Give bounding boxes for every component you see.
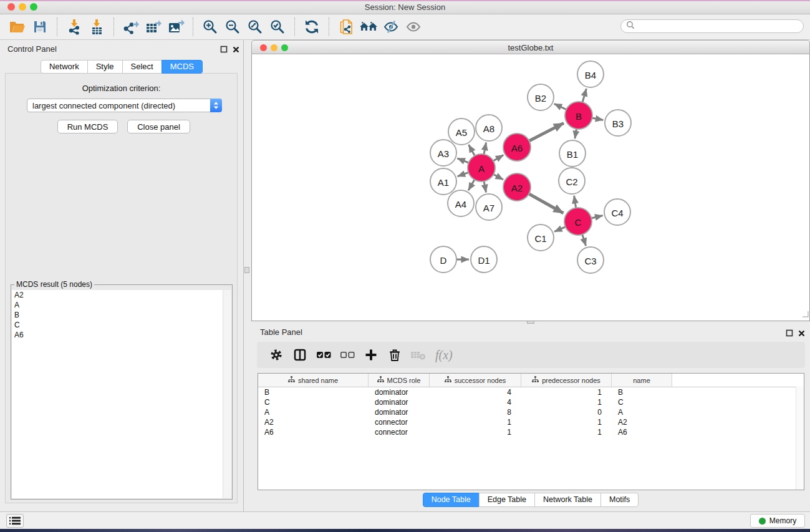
export-table-icon[interactable] [142,16,165,37]
document-network-icon[interactable] [335,16,357,37]
trash-icon[interactable] [384,344,405,365]
mcds-result-item[interactable]: A6 [12,330,231,340]
import-table-icon[interactable] [85,16,108,37]
column-label: successor nodes [455,377,506,384]
add-icon[interactable] [360,344,382,365]
tab-network-table[interactable]: Network Table [534,493,601,507]
graph-node-B2[interactable]: B2 [528,84,554,110]
memory-button[interactable]: Memory [750,514,805,528]
svg-text:A2: A2 [511,183,523,193]
column-header-name[interactable]: name [612,374,672,387]
split-columns-icon[interactable] [289,344,311,365]
column-header-mcds-role[interactable]: MCDS role [369,374,430,387]
mcds-panel: Optimization criterion: largest connecte… [5,73,238,503]
graph-node-A3[interactable]: A3 [430,140,456,166]
import-network-icon[interactable] [63,16,85,37]
graph-node-D1[interactable]: D1 [471,246,497,273]
table-row[interactable]: A2connector11A2 [258,417,804,427]
column-header-shared-name[interactable]: shared name [258,374,369,387]
table-row[interactable]: Bdominator41B [258,387,804,397]
graph-node-C[interactable]: C [564,208,592,235]
tab-mcds[interactable]: MCDS [162,60,203,74]
resize-grip-icon[interactable] [802,309,809,320]
graph-node-C3[interactable]: C3 [577,247,604,273]
table-row[interactable]: Adominator80A [258,407,804,417]
table-row[interactable]: Cdominator41C [258,397,804,407]
graph-node-B[interactable]: B [565,102,592,129]
tab-style[interactable]: Style [87,60,123,74]
refresh-layout-icon[interactable] [301,16,323,37]
graph-node-C4[interactable]: C4 [604,199,630,225]
deselect-all-icon[interactable] [337,344,358,365]
graph-node-B4[interactable]: B4 [577,61,604,87]
criterion-select[interactable]: largest connected component (directed) [27,99,222,112]
network-window-title: testGlobe.txt [252,41,809,55]
graph-node-B3[interactable]: B3 [605,110,631,136]
column-header-predecessor-nodes[interactable]: predecessor nodes [521,374,612,387]
column-header-successor-nodes[interactable]: successor nodes [430,374,521,387]
graph-node-A6[interactable]: A6 [503,133,531,161]
graph-node-C2[interactable]: C2 [559,168,585,194]
network-canvas[interactable]: AA1A2A3A4A5A6A7A8BB1B2B3B4CC1C2C3C4DD1 [251,54,810,321]
graph-node-A7[interactable]: A7 [476,194,502,220]
tab-motifs[interactable]: Motifs [600,493,639,507]
mcds-result-item[interactable]: B [12,310,231,320]
cell-shared-name: B [258,388,369,397]
search-input[interactable] [637,21,803,32]
cell-shared-name: A2 [258,418,369,427]
table-tabs: Node TableEdge TableNetwork TableMotifs [251,493,810,507]
cell-successor-nodes: 4 [430,388,521,397]
export-network-icon[interactable] [120,16,142,37]
session-title: Session: New Session [0,0,810,14]
table-row[interactable]: A6connector11A6 [258,427,804,437]
column-label: predecessor nodes [542,377,600,384]
graph-node-A1[interactable]: A1 [430,168,456,195]
zoom-fit-icon[interactable] [244,16,266,37]
vertical-splitter-handle[interactable] [244,267,249,273]
tab-node-table[interactable]: Node Table [423,493,480,507]
float-table-panel-icon[interactable] [786,328,793,339]
run-mcds-button[interactable]: Run MCDS [57,120,118,133]
gear-icon[interactable] [266,344,287,365]
table-scrollbar[interactable] [796,387,804,490]
cell-predecessor-nodes: 1 [521,398,612,407]
close-panel-button[interactable]: Close panel [127,120,190,133]
mcds-result-item[interactable]: A2 [12,290,231,300]
zoom-selected-icon[interactable] [266,16,289,37]
double-home-icon[interactable] [357,16,380,37]
graph-node-A[interactable]: A [468,154,495,181]
graph-node-A4[interactable]: A4 [448,190,474,216]
save-session-icon[interactable] [29,16,51,37]
result-scrollbar[interactable] [223,290,231,498]
open-file-icon[interactable] [6,16,29,37]
mcds-result-list[interactable]: A2ABCA6 [12,290,231,498]
close-panel-icon[interactable] [233,44,239,56]
graph-node-A5[interactable]: A5 [448,118,475,145]
graph-node-A8[interactable]: A8 [476,115,502,141]
search-box[interactable] [620,19,804,33]
graph-node-B1[interactable]: B1 [559,140,586,167]
graph-node-A2[interactable]: A2 [503,173,531,201]
graph-node-D[interactable]: D [430,246,456,273]
close-table-panel-icon[interactable] [798,328,805,339]
zoom-out-icon[interactable] [221,16,244,37]
node-table[interactable]: shared nameMCDS rolesuccessor nodesprede… [258,373,804,490]
hide-eye-icon[interactable] [380,16,402,37]
svg-text:A6: A6 [511,143,523,153]
network-window-titlebar[interactable]: testGlobe.txt [251,40,810,54]
export-image-icon[interactable] [165,16,187,37]
tab-edge-table[interactable]: Edge Table [479,493,535,507]
zoom-in-icon[interactable] [199,16,221,37]
tab-select[interactable]: Select [122,60,162,74]
toolbar-separator [329,17,329,36]
mcds-result-item[interactable]: C [12,320,231,330]
float-panel-icon[interactable] [220,44,228,56]
svg-text:A8: A8 [483,123,494,134]
graph-node-C1[interactable]: C1 [528,225,554,251]
show-panels-list-button[interactable] [6,514,24,528]
table-header-row: shared nameMCDS rolesuccessor nodesprede… [258,374,804,387]
show-eye-icon[interactable] [402,16,425,37]
tab-network[interactable]: Network [41,60,88,74]
select-all-icon[interactable] [313,344,334,365]
mcds-result-item[interactable]: A [12,300,231,310]
